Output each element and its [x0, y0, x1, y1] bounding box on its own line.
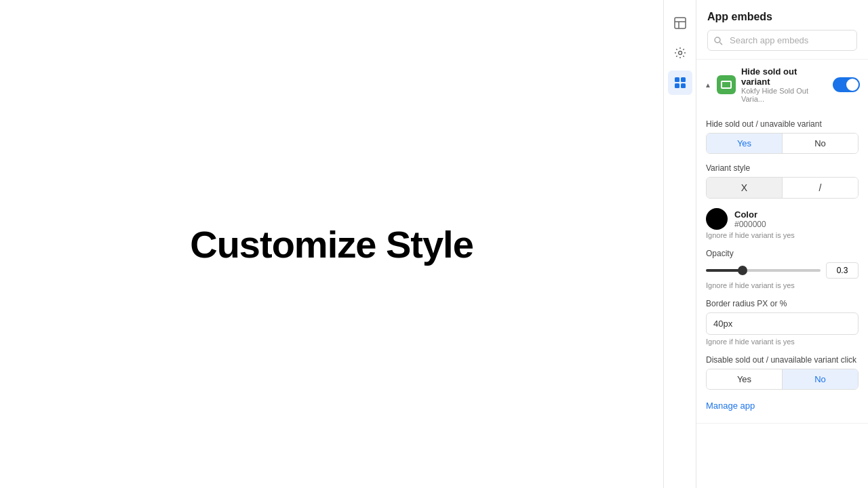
chevron-up-icon: ▲ [705, 81, 711, 89]
embed-item-header[interactable]: ▲ Hide sold out variant Kokfy Hide Sold … [696, 60, 868, 110]
apps-icon [674, 77, 686, 89]
search-box [707, 30, 857, 51]
embed-item: ▲ Hide sold out variant Kokfy Hide Sold … [696, 60, 868, 424]
border-radius-field: Border radius PX or % Ignore if hide var… [706, 299, 859, 346]
disable-click-no[interactable]: No [783, 369, 858, 389]
color-info: Color #000000 [734, 209, 766, 229]
color-label: Color [734, 209, 766, 220]
svg-rect-4 [675, 77, 679, 82]
settings-icon [674, 47, 686, 59]
layout-icon-button[interactable] [668, 11, 692, 35]
hide-unavailable-no[interactable]: No [783, 134, 858, 153]
embed-name: Hide sold out variant [741, 66, 827, 87]
svg-rect-7 [681, 83, 686, 88]
panel: App embeds ▲ Hide sold out varia [696, 0, 868, 488]
app-icon [717, 75, 736, 94]
panel-header: App embeds [696, 0, 868, 60]
color-field: Color #000000 Ignore if hide variant is … [706, 208, 859, 239]
variant-style-group: X / [706, 177, 859, 199]
settings-icon-button[interactable] [668, 41, 692, 65]
color-swatch[interactable] [706, 208, 728, 230]
color-value: #000000 [734, 220, 766, 229]
embed-toggle[interactable] [833, 77, 860, 92]
embed-info: Hide sold out variant Kokfy Hide Sold Ou… [741, 66, 827, 103]
border-radius-label: Border radius PX or % [706, 299, 859, 308]
svg-rect-0 [675, 18, 686, 28]
app-icon-inner [721, 81, 732, 89]
variant-slash-btn[interactable]: / [783, 178, 858, 198]
search-icon [713, 36, 723, 45]
variant-x-btn[interactable]: X [707, 178, 782, 198]
opacity-note: Ignore if hide variant is yes [706, 281, 859, 289]
embed-subtitle: Kokfy Hide Sold Out Varia... [741, 87, 827, 103]
disable-click-label: Disable sold out / unavailable variant c… [706, 355, 859, 365]
svg-rect-6 [675, 83, 679, 88]
variant-style-field: Variant style X / [706, 163, 859, 199]
opacity-input[interactable] [826, 262, 859, 279]
svg-rect-5 [681, 77, 686, 82]
apps-icon-button[interactable] [668, 70, 692, 95]
disable-click-yes[interactable]: Yes [707, 369, 782, 389]
main-content: Customize Style [0, 0, 663, 488]
page-title: Customize Style [190, 222, 473, 266]
variant-style-label: Variant style [706, 163, 859, 173]
layout-icon [674, 17, 686, 29]
icon-nav [663, 0, 696, 488]
border-radius-note: Ignore if hide variant is yes [706, 338, 859, 346]
sidebar-wrapper: App embeds ▲ Hide sold out varia [663, 0, 868, 488]
toggle-slider [833, 77, 860, 92]
svg-point-3 [678, 52, 682, 55]
color-row: Color #000000 [706, 208, 859, 230]
opacity-field: Opacity Ignore if hide variant is yes [706, 249, 859, 289]
hide-unavailable-group: Yes No [706, 133, 859, 154]
opacity-slider[interactable] [706, 269, 821, 272]
manage-app-link[interactable]: Manage app [706, 399, 859, 413]
border-radius-input[interactable] [706, 312, 859, 335]
disable-click-group: Yes No [706, 369, 859, 390]
opacity-label: Opacity [706, 249, 859, 258]
svg-line-9 [720, 42, 723, 45]
panel-title: App embeds [707, 11, 857, 23]
hide-unavailable-yes[interactable]: Yes [707, 134, 782, 153]
hide-unavailable-label: Hide sold out / unavaible variant [706, 119, 859, 129]
hide-unavailable-field: Hide sold out / unavaible variant Yes No [706, 119, 859, 154]
disable-click-field: Disable sold out / unavailable variant c… [706, 355, 859, 390]
svg-point-8 [715, 37, 720, 43]
color-note: Ignore if hide variant is yes [706, 231, 859, 239]
panel-body: Hide sold out / unavaible variant Yes No… [696, 110, 868, 423]
search-input[interactable] [707, 30, 857, 51]
opacity-row [706, 262, 859, 279]
